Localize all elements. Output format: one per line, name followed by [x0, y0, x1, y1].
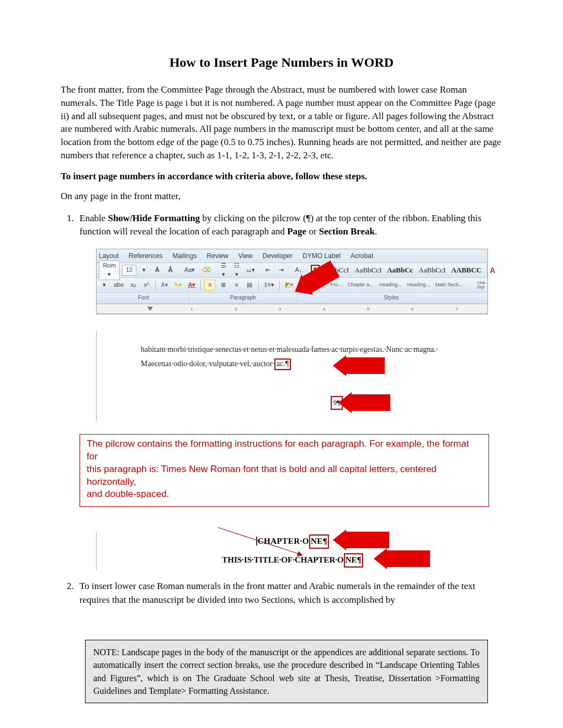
- superscript-icon[interactable]: x²: [141, 280, 152, 291]
- sample-line2-endmark: ac.¶: [274, 358, 291, 370]
- decrease-font-icon[interactable]: Ǎ: [165, 265, 176, 276]
- text-effects-icon[interactable]: A▾: [159, 280, 170, 291]
- chapter-line-1: CHAPTER·O: [256, 537, 309, 545]
- step-1: Enable Show/Hide Formatting by clicking …: [76, 212, 502, 570]
- intro-paragraph: The front matter, from the Committee Pag…: [61, 83, 502, 162]
- chapter-line-2: THIS·IS·TITLE·OF·CHAPTER·O: [222, 555, 343, 564]
- tab-review[interactable]: Review: [206, 251, 228, 261]
- tab-mailings[interactable]: Mailings: [172, 251, 196, 261]
- subscript-icon[interactable]: x₂: [128, 280, 139, 291]
- callout-line-1: The pilcrow contains the formatting inst…: [87, 438, 482, 463]
- steps-intro: To insert page numbers in accordance wit…: [61, 171, 502, 182]
- clear-format-icon[interactable]: ⌫: [200, 265, 211, 276]
- ribbon-group-labels: Font Paragraph Styles: [97, 293, 487, 304]
- chapter-line1-endbox: NE¶: [309, 534, 329, 549]
- document-sample: habitant·morbi·tristique·senectus·et·net…: [96, 331, 538, 421]
- highlight-icon[interactable]: ✎▾: [172, 280, 184, 291]
- dropdown-icon[interactable]: ▾: [99, 280, 110, 291]
- font-color-icon[interactable]: A▾: [186, 280, 197, 291]
- front-matter-line: On any page in the front matter,: [61, 190, 502, 203]
- styles-labels: Fro... Chapter a... Heading... Heading..…: [331, 282, 473, 288]
- red-arrow-chapter1-icon: [345, 532, 389, 548]
- grow-font-icon[interactable]: ▾: [139, 265, 150, 276]
- font-name-box[interactable]: Rom ▾: [99, 260, 120, 280]
- step1-or: or: [306, 226, 319, 237]
- font-size-box[interactable]: 12: [122, 265, 136, 276]
- tab-layout[interactable]: Layout: [99, 251, 119, 261]
- increase-indent-icon[interactable]: ⇥: [275, 265, 286, 276]
- change-styles-icon[interactable]: A: [487, 265, 495, 276]
- tab-dymo[interactable]: DYMO Label: [302, 251, 341, 261]
- align-left-icon[interactable]: ≡: [204, 280, 215, 291]
- sample-line-2: Maecenas·odio·dolor,·vulputate·vel,·auct…: [141, 358, 274, 370]
- callout-line-2: this paragraph is: Times New Roman font …: [87, 463, 482, 489]
- increase-font-icon[interactable]: Â: [152, 265, 163, 276]
- tab-references[interactable]: References: [129, 251, 162, 261]
- step1-page-bold: Page: [287, 226, 306, 237]
- strike-icon[interactable]: abe: [112, 280, 125, 291]
- step1-bold: Show/Hide Formatting: [108, 213, 200, 223]
- pilcrow-callout: The pilcrow contains the formatting inst…: [79, 434, 489, 507]
- step-2: To insert lower case Roman numerals in t…: [76, 580, 502, 607]
- tab-developer[interactable]: Developer: [263, 251, 293, 261]
- red-arrow-endpara-icon: [345, 357, 385, 374]
- justify-icon[interactable]: ▤: [244, 280, 255, 291]
- styles-gallery[interactable]: AaBbCcI AaBbCcI AaBbCc AaBbCcI AABBCC: [322, 266, 481, 274]
- indent-marker-icon[interactable]: [147, 307, 153, 311]
- change-styles-label: Cha Styl: [477, 281, 485, 290]
- ribbon-screenshot: Layout References Mailings Review View D…: [96, 249, 488, 314]
- sample-line-1: habitant·morbi·tristique·senectus·et·net…: [141, 344, 533, 355]
- ruler: 1 2 3 4 5 6 7: [97, 304, 487, 314]
- numbering-icon[interactable]: ☷ ▾: [231, 260, 242, 280]
- step1-section-bold: Section Break: [319, 226, 375, 237]
- multilevel-icon[interactable]: ⚍▾: [245, 265, 256, 276]
- tab-view[interactable]: View: [238, 251, 253, 261]
- chapter-line2-endbox: NE¶: [344, 553, 363, 568]
- tab-acrobat[interactable]: Acrobat: [350, 251, 373, 261]
- sort-icon[interactable]: A↓: [293, 265, 304, 276]
- ribbon-tabs: Layout References Mailings Review View D…: [97, 249, 487, 263]
- step1-end: .: [375, 226, 377, 237]
- decrease-indent-icon[interactable]: ⇤: [262, 265, 273, 276]
- callout-line-3: and double-spaced.: [87, 488, 482, 501]
- note-box: NOTE: Landscape pages in the body of the…: [85, 640, 488, 703]
- line-spacing-icon[interactable]: ‡≡▾: [262, 280, 276, 291]
- page-title: How to Insert Page Numbers in WORD: [61, 55, 502, 70]
- red-arrow-chapter2-icon: [386, 550, 430, 567]
- bullets-icon[interactable]: ☰ ▾: [218, 260, 229, 280]
- align-right-icon[interactable]: ≡: [231, 280, 242, 291]
- chapter-sample: CHAPTER·ONE¶ THIS·IS·TITLE·OF·CHAPTER·ON…: [96, 532, 488, 570]
- align-center-icon[interactable]: ≣: [217, 280, 229, 291]
- step1-pre: Enable: [79, 213, 108, 223]
- change-case-icon[interactable]: Aa▾: [183, 265, 194, 276]
- red-arrow-pagenum-icon: [350, 394, 390, 411]
